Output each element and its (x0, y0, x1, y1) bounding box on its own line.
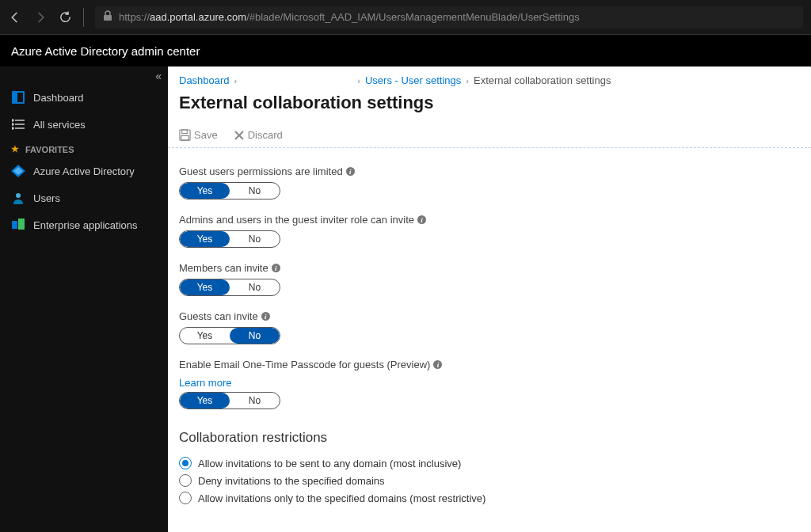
toggle-no[interactable]: No (230, 279, 280, 295)
sidebar-section-label: FAVORITES (25, 145, 74, 154)
sidebar-item-label: Azure Active Directory (33, 165, 135, 177)
svg-point-8 (12, 124, 13, 125)
sidebar-item-label: All services (33, 119, 86, 131)
toggle-guests-invite[interactable]: Yes No (179, 327, 280, 344)
sidebar-item-dashboard[interactable]: Dashboard (0, 84, 168, 111)
sidebar-item-aad[interactable]: Azure Active Directory (0, 158, 168, 184)
toggle-yes[interactable]: Yes (180, 393, 230, 408)
setting-label: Members can invite (179, 262, 268, 274)
forward-button[interactable] (33, 10, 48, 25)
learn-more-link[interactable]: Learn more (179, 377, 231, 389)
setting-admins-invite: Admins and users in the guest inviter ro… (179, 214, 800, 248)
radio-deny-specified[interactable]: Deny invitations to the specified domain… (179, 474, 800, 487)
dashboard-icon (11, 90, 25, 104)
setting-members-invite: Members can invitei Yes No (179, 262, 800, 296)
toolbar-separator (83, 8, 84, 27)
user-icon (11, 191, 25, 205)
toggle-members-invite[interactable]: Yes No (179, 279, 280, 296)
lock-icon (103, 10, 112, 25)
aad-icon (11, 164, 25, 178)
radio-icon (179, 457, 192, 469)
refresh-button[interactable] (59, 10, 72, 24)
sidebar-item-users[interactable]: Users (0, 184, 168, 211)
collapse-sidebar-button[interactable]: « (155, 70, 162, 82)
radio-label: Allow invitations to be sent to any doma… (198, 458, 461, 469)
setting-guests-invite: Guests can invitei Yes No (179, 310, 800, 344)
toggle-email-otp[interactable]: Yes No (179, 392, 280, 409)
radio-icon (179, 474, 192, 487)
svg-point-9 (12, 127, 13, 129)
sidebar-item-label: Dashboard (33, 92, 84, 104)
info-icon[interactable]: i (433, 360, 442, 369)
radio-allow-any-domain[interactable]: Allow invitations to be sent to any doma… (179, 457, 800, 469)
svg-rect-16 (182, 130, 188, 134)
setting-label: Admins and users in the guest inviter ro… (179, 214, 414, 226)
sidebar: « Dashboard All services ★ FAVORITES Azu… (0, 66, 168, 532)
portal-header: Azure Active Directory admin center (0, 35, 811, 66)
discard-label: Discard (248, 129, 283, 141)
svg-point-7 (12, 120, 13, 121)
discard-button[interactable]: Discard (234, 129, 283, 141)
radio-icon (179, 492, 192, 504)
toggle-no[interactable]: No (230, 231, 280, 247)
collab-restrictions-heading: Collaboration restrictions (179, 430, 800, 446)
toggle-guest-permissions[interactable]: Yes No (179, 182, 280, 200)
info-icon[interactable]: i (346, 167, 355, 176)
save-label: Save (194, 129, 218, 141)
breadcrumb: Dashboard › › Users - User settings › Ex… (168, 66, 811, 91)
setting-email-otp: Enable Email One-Time Passcode for guest… (179, 359, 800, 409)
sidebar-item-label: Enterprise applications (33, 219, 138, 231)
toggle-no[interactable]: No (230, 328, 280, 344)
portal-title: Azure Active Directory admin center (11, 44, 200, 58)
breadcrumb-current: External collaboration settings (474, 74, 611, 86)
chevron-right-icon: › (357, 76, 360, 86)
radio-label: Allow invitations only to the specified … (198, 492, 485, 504)
svg-point-12 (16, 193, 21, 198)
url-bar[interactable]: https://aad.portal.azure.com/#blade/Micr… (95, 6, 803, 28)
sidebar-item-all-services[interactable]: All services (0, 111, 168, 138)
browser-toolbar: https://aad.portal.azure.com/#blade/Micr… (0, 0, 811, 35)
sidebar-item-enterprise-apps[interactable]: Enterprise applications (0, 211, 168, 238)
svg-rect-13 (12, 221, 17, 229)
save-button[interactable]: Save (179, 129, 218, 141)
svg-rect-3 (13, 93, 17, 102)
setting-guest-permissions: Guest users permissions are limitedi Yes… (179, 165, 800, 200)
chevron-right-icon: › (234, 76, 238, 86)
toggle-no[interactable]: No (230, 183, 280, 199)
radio-allow-specified-only[interactable]: Allow invitations only to the specified … (179, 492, 800, 504)
breadcrumb-dashboard[interactable]: Dashboard (179, 74, 230, 86)
chevron-right-icon: › (466, 76, 469, 86)
svg-rect-17 (181, 135, 188, 140)
toggle-no[interactable]: No (230, 393, 280, 408)
svg-rect-14 (18, 218, 25, 230)
list-icon (11, 117, 25, 131)
setting-label: Guests can invite (179, 310, 258, 322)
toggle-yes[interactable]: Yes (180, 231, 230, 247)
star-icon: ★ (11, 144, 19, 154)
info-icon[interactable]: i (417, 215, 426, 224)
info-icon[interactable]: i (261, 312, 270, 321)
enterprise-apps-icon (11, 218, 25, 232)
sidebar-favorites-header: ★ FAVORITES (0, 138, 168, 158)
toggle-yes[interactable]: Yes (180, 328, 230, 344)
toggle-yes[interactable]: Yes (180, 279, 230, 295)
setting-label: Enable Email One-Time Passcode for guest… (179, 359, 430, 370)
radio-label: Deny invitations to the specified domain… (198, 475, 385, 487)
svg-rect-0 (104, 15, 112, 21)
main-content: Dashboard › › Users - User settings › Ex… (168, 66, 811, 532)
url-text: https://aad.portal.azure.com/#blade/Micr… (119, 11, 580, 23)
toggle-admins-invite[interactable]: Yes No (179, 230, 280, 248)
info-icon[interactable]: i (272, 264, 280, 272)
breadcrumb-users[interactable]: Users - User settings (365, 74, 461, 86)
setting-label: Guest users permissions are limited (179, 165, 343, 177)
blade-toolbar: Save Discard (168, 121, 811, 148)
toggle-yes[interactable]: Yes (180, 183, 230, 199)
page-title: External collaboration settings (168, 91, 811, 121)
sidebar-item-label: Users (33, 192, 60, 204)
back-button[interactable] (8, 10, 22, 25)
